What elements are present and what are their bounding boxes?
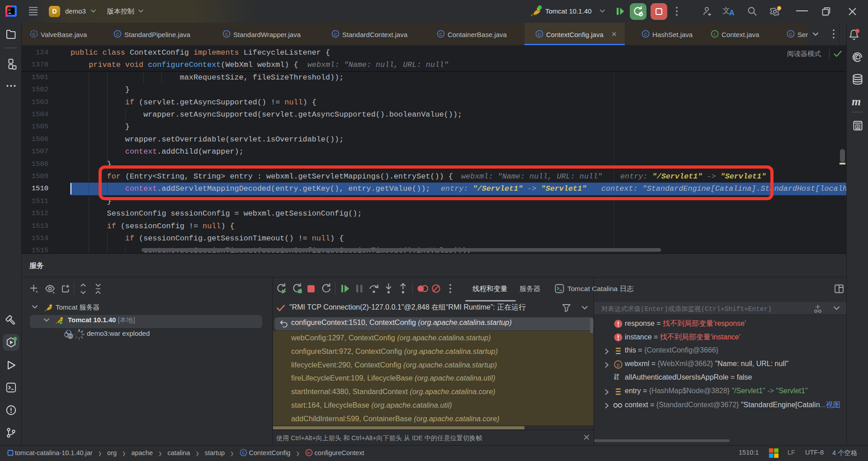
svg-text:C: C [33, 32, 36, 37]
svg-text:C: C [538, 32, 541, 37]
svg-text:I: I [714, 32, 715, 37]
svg-text:m: m [307, 451, 310, 455]
svg-text:C: C [644, 32, 647, 37]
svg-text:C: C [242, 451, 245, 455]
svg-text:C: C [439, 32, 443, 37]
svg-text:C: C [789, 32, 793, 37]
svg-text:C: C [116, 32, 119, 37]
svg-text:p: p [617, 362, 619, 367]
svg-text:C: C [225, 32, 228, 37]
svg-text:C: C [334, 32, 337, 37]
svg-text:IJ: IJ [8, 8, 10, 11]
